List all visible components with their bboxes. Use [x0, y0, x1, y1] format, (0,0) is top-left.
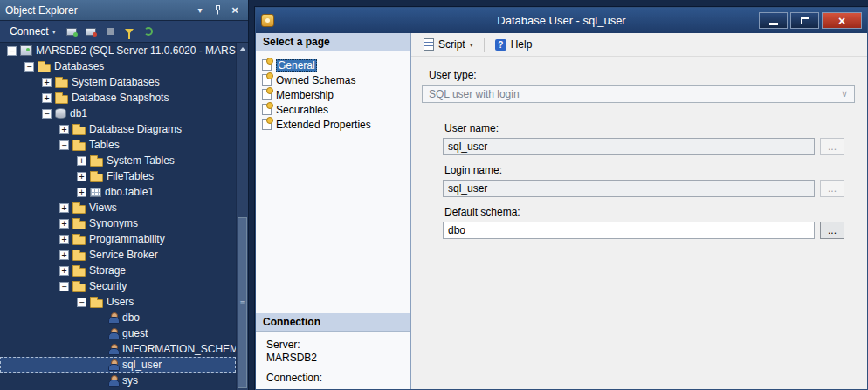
folder-icon	[72, 252, 86, 261]
tree-item-guest[interactable]: guest	[0, 325, 236, 341]
tree-item-database-diagrams[interactable]: +Database Diagrams	[0, 121, 236, 137]
script-icon	[424, 38, 434, 51]
tree-item-filetables[interactable]: +FileTables	[0, 168, 236, 184]
expand-icon[interactable]: +	[59, 125, 69, 134]
expand-icon[interactable]: +	[59, 250, 69, 260]
object-explorer-titlebar[interactable]: Object Explorer ▾ ×	[0, 0, 248, 21]
page-item-extended-properties[interactable]: Extended Properties	[258, 117, 408, 132]
help-button[interactable]: ? Help	[492, 37, 536, 52]
tree-item-tables[interactable]: −Tables	[0, 137, 236, 153]
collapse-icon[interactable]: −	[42, 109, 52, 119]
expand-icon[interactable]: +	[59, 266, 69, 276]
refresh-icon[interactable]	[141, 24, 157, 40]
login-name-browse-button[interactable]: ...	[820, 180, 844, 197]
tree-item-system-tables[interactable]: +System Tables	[0, 153, 236, 168]
tree-item-service-broker[interactable]: +Service Broker	[0, 247, 236, 263]
collapse-icon[interactable]: −	[59, 282, 69, 291]
general-page-form: User type: SQL user with login ∨ User na…	[411, 57, 867, 389]
close-icon[interactable]: ×	[227, 3, 243, 17]
object-explorer-toolbar: Connect ▾	[0, 21, 248, 43]
tree-item-dbo-table1[interactable]: +dbo.table1	[0, 184, 236, 200]
user-name-browse-button[interactable]: ...	[820, 138, 844, 155]
close-button[interactable]: ×	[822, 12, 862, 29]
collapse-icon[interactable]: −	[59, 140, 69, 150]
maximize-button[interactable]	[790, 12, 819, 29]
default-schema-input[interactable]	[443, 222, 815, 239]
tree-item-sql-user[interactable]: sql_user	[0, 357, 236, 373]
tree-item-users[interactable]: −Users	[0, 294, 236, 310]
page-icon	[262, 119, 272, 130]
expand-icon[interactable]: +	[77, 188, 86, 197]
collapse-icon[interactable]: −	[24, 62, 34, 72]
dialog-titlebar[interactable]: Database User - sql_user ×	[256, 8, 867, 33]
minimize-button[interactable]	[759, 12, 788, 29]
folder-icon	[90, 174, 103, 182]
script-button[interactable]: Script ▾	[420, 37, 477, 52]
collapse-icon[interactable]: −	[7, 46, 17, 56]
window-controls: ×	[759, 12, 862, 29]
tree-item-label: Service Broker	[89, 249, 161, 261]
tree-item-synonyms[interactable]: +Synonyms	[0, 216, 236, 231]
default-schema-browse-button[interactable]: ...	[820, 222, 844, 239]
vertical-scrollbar[interactable]: ≡	[236, 43, 248, 390]
expand-icon[interactable]: +	[42, 78, 52, 87]
disconnect-server-icon[interactable]	[83, 24, 100, 40]
tree-item-db1[interactable]: −db1	[0, 106, 236, 121]
object-explorer-panel: Object Explorer ▾ × Connect ▾ −MARSDB2 (…	[0, 0, 249, 390]
tree-item-database-snapshots[interactable]: +Database Snapshots	[0, 90, 236, 106]
expand-icon[interactable]: +	[77, 172, 86, 181]
user-type-value: SQL user with login	[429, 88, 520, 100]
connect-server-icon[interactable]	[64, 24, 80, 40]
tree-item-marsdb2-sql-server-11-0-6020-marsd[interactable]: −MARSDB2 (SQL Server 11.0.6020 - MARSD	[0, 43, 236, 58]
tree-item-databases[interactable]: −Databases	[0, 58, 236, 74]
folder-icon	[38, 64, 51, 72]
tree-item-storage[interactable]: +Storage	[0, 263, 236, 278]
expand-icon[interactable]: +	[59, 219, 69, 229]
page-item-label: Extended Properties	[276, 119, 371, 131]
page-item-general[interactable]: General	[258, 58, 408, 72]
scrollbar-thumb[interactable]: ≡	[238, 217, 247, 388]
tree-item-dbo[interactable]: dbo	[0, 310, 236, 325]
login-name-input[interactable]	[443, 180, 815, 197]
user-icon	[107, 375, 119, 387]
expand-icon[interactable]: +	[59, 203, 69, 213]
tree-item-label: MARSDB2 (SQL Server 11.0.6020 - MARSD	[36, 44, 236, 57]
tree-item-sys[interactable]: sys	[0, 373, 236, 388]
window-position-icon[interactable]: ▾	[192, 3, 208, 17]
chevron-down-icon[interactable]: ▾	[470, 41, 473, 49]
tree-item-information-schem[interactable]: INFORMATION_SCHEM	[0, 341, 236, 357]
tree-item-label: Databases	[54, 60, 107, 72]
expand-icon[interactable]: +	[59, 235, 69, 244]
page-item-owned-schemas[interactable]: Owned Schemas	[258, 72, 408, 87]
object-explorer-tree: −MARSDB2 (SQL Server 11.0.6020 - MARSD−D…	[0, 43, 236, 390]
collapse-icon[interactable]: −	[77, 298, 86, 307]
tree-item-programmability[interactable]: +Programmability	[0, 231, 236, 247]
database-user-dialog: Database User - sql_user × Select a page…	[255, 7, 868, 390]
user-name-label: User name:	[444, 122, 844, 134]
user-type-dropdown[interactable]: SQL user with login ∨	[422, 85, 855, 103]
page-item-label: Owned Schemas	[276, 74, 355, 86]
folder-icon	[72, 268, 86, 277]
tree-item-views[interactable]: +Views	[0, 200, 236, 216]
login-name-row: ...	[443, 180, 844, 197]
connect-button[interactable]: Connect ▾	[4, 24, 61, 39]
page-item-securables[interactable]: Securables	[258, 102, 408, 117]
dialog-body: Select a page GeneralOwned SchemasMember…	[256, 33, 867, 389]
user-name-input[interactable]	[443, 138, 815, 155]
pin-icon[interactable]	[210, 3, 225, 17]
expand-icon[interactable]: +	[77, 156, 86, 166]
folder-icon	[72, 221, 86, 229]
folder-icon	[90, 299, 103, 308]
page-item-membership[interactable]: Membership	[258, 87, 408, 102]
tree-item-system-databases[interactable]: +System Databases	[0, 74, 236, 90]
server-value: MARSDB2	[266, 352, 400, 365]
select-page-pane: Select a page GeneralOwned SchemasMember…	[256, 33, 411, 389]
stop-icon[interactable]	[102, 24, 119, 40]
select-page-list: GeneralOwned SchemasMembershipSecurables…	[256, 51, 410, 313]
filter-icon[interactable]	[121, 24, 138, 40]
scroll-up-button[interactable]	[237, 43, 248, 55]
tree-item-label: dbo.table1	[105, 186, 156, 198]
expand-icon[interactable]: +	[42, 93, 52, 103]
maximize-icon	[801, 17, 809, 24]
tree-item-security[interactable]: −Security	[0, 278, 236, 294]
